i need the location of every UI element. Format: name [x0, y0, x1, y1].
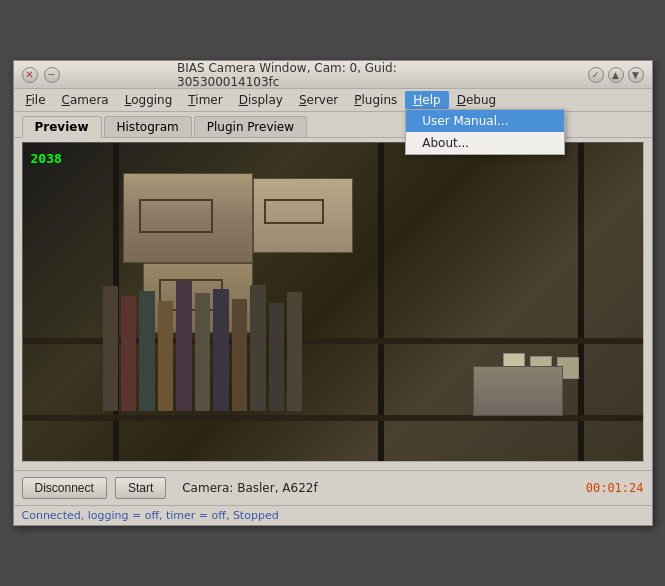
- menu-logging-label: Logging: [125, 93, 173, 107]
- camera-info: Camera: Basler, A622f: [182, 481, 577, 495]
- minimize-button[interactable]: −: [44, 67, 60, 83]
- window-title: BIAS Camera Window, Cam: 0, Guid: 305300…: [177, 61, 488, 89]
- book-4: [158, 301, 173, 411]
- about-label: About...: [422, 136, 469, 150]
- menu-plugins[interactable]: Plugins: [346, 91, 405, 109]
- close-icon: ✕: [25, 69, 33, 80]
- book-1: [103, 286, 118, 411]
- start-button[interactable]: Start: [115, 477, 166, 499]
- book-6: [195, 293, 210, 411]
- book-7: [213, 289, 228, 411]
- titlebar-left: ✕ −: [22, 67, 60, 83]
- arrow-up-icon: ▲: [612, 70, 619, 80]
- box-large: [123, 173, 253, 263]
- help-dropdown: User Manual... About...: [405, 109, 565, 155]
- tab-plugin-preview[interactable]: Plugin Preview: [194, 116, 307, 137]
- dropdown-item-about[interactable]: About...: [406, 132, 564, 154]
- book-10: [269, 303, 284, 411]
- close-button[interactable]: ✕: [22, 67, 38, 83]
- menu-server-label: Server: [299, 93, 338, 107]
- menu-display-label: Display: [239, 93, 283, 107]
- status-bar: Connected, logging = off, timer = off, S…: [14, 505, 652, 525]
- tab-plugin-preview-label: Plugin Preview: [207, 120, 294, 134]
- menu-help[interactable]: Help User Manual... About...: [405, 91, 448, 109]
- box-label: [264, 199, 324, 224]
- tab-preview-label: Preview: [35, 120, 89, 134]
- book-5: [176, 281, 191, 411]
- book-11: [287, 292, 302, 411]
- menu-display[interactable]: Display: [231, 91, 291, 109]
- menu-logging[interactable]: Logging: [117, 91, 181, 109]
- menu-debug[interactable]: Debug: [449, 91, 504, 109]
- tab-histogram-label: Histogram: [117, 120, 179, 134]
- arrow-up-button[interactable]: ▲: [608, 67, 624, 83]
- menu-camera[interactable]: Camera: [54, 91, 117, 109]
- user-manual-label: User Manual...: [422, 114, 508, 128]
- menu-timer[interactable]: Timer: [180, 91, 230, 109]
- bottom-controls: Disconnect Start Camera: Basler, A622f 0…: [14, 470, 652, 505]
- menu-debug-label: Debug: [457, 93, 496, 107]
- titlebar: ✕ − BIAS Camera Window, Cam: 0, Guid: 30…: [14, 61, 652, 89]
- disconnect-button[interactable]: Disconnect: [22, 477, 107, 499]
- menu-timer-label: Timer: [188, 93, 222, 107]
- dropdown-item-user-manual[interactable]: User Manual...: [406, 110, 564, 132]
- check-button[interactable]: ✓: [588, 67, 604, 83]
- menubar: File Camera Logging Timer Display Server…: [14, 89, 652, 112]
- menu-help-label: Help: [413, 93, 440, 107]
- bottom-item: [473, 366, 563, 416]
- box-medium: [253, 178, 353, 253]
- camera-image: 2038: [23, 143, 643, 461]
- shelf-divider-right: [578, 143, 584, 461]
- menu-camera-label: Camera: [62, 93, 109, 107]
- book-8: [232, 299, 247, 411]
- menu-file[interactable]: File: [18, 91, 54, 109]
- tab-histogram[interactable]: Histogram: [104, 116, 192, 137]
- shelf-divider-center: [378, 143, 384, 461]
- minimize-icon: −: [47, 69, 55, 80]
- timer-display: 00:01:24: [586, 481, 644, 495]
- menu-file-label: File: [26, 93, 46, 107]
- status-text: Connected, logging = off, timer = off, S…: [22, 509, 279, 522]
- book-2: [121, 296, 136, 411]
- tab-preview[interactable]: Preview: [22, 116, 102, 138]
- menu-server[interactable]: Server: [291, 91, 346, 109]
- book-9: [250, 285, 265, 411]
- main-window: ✕ − BIAS Camera Window, Cam: 0, Guid: 30…: [13, 60, 653, 526]
- titlebar-right: ✓ ▲ ▼: [588, 67, 644, 83]
- arrow-down-icon: ▼: [632, 70, 639, 80]
- check-icon: ✓: [592, 70, 600, 80]
- menu-plugins-label: Plugins: [354, 93, 397, 107]
- arrow-down-button[interactable]: ▼: [628, 67, 644, 83]
- content-area: 2038: [14, 137, 652, 470]
- books-container: [103, 281, 303, 411]
- camera-view: 2038: [22, 142, 644, 462]
- frame-counter: 2038: [31, 151, 62, 166]
- book-3: [139, 291, 154, 411]
